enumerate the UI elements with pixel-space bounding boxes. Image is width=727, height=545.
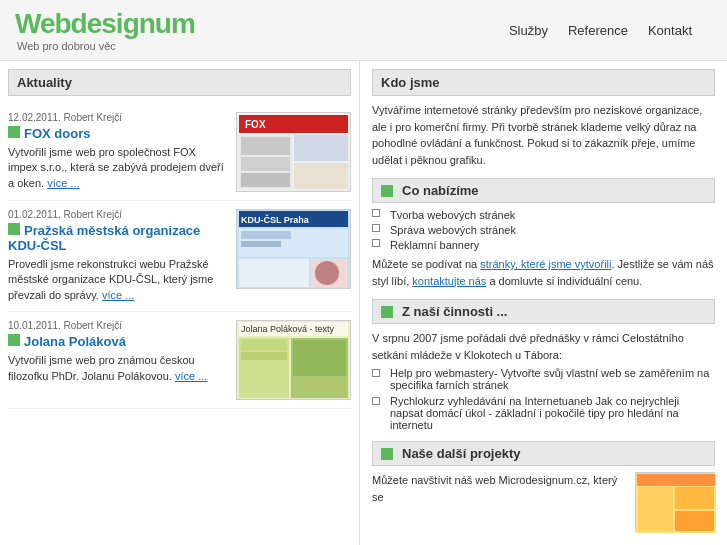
main-content: Aktuality 12.02.2011. Robert Krejčí FOX … [0,61,727,545]
dalsi-projekty-title: Naše další projekty [372,441,715,466]
svg-rect-29 [638,487,673,531]
svg-rect-17 [241,241,281,247]
svg-text:Jolana Poláková - texty: Jolana Poláková - texty [241,324,335,334]
co-nabizime-footer: Můžete se podívat na stránky, které jsme… [372,256,715,289]
news-thumb-img-fox: FOX [236,112,351,192]
cinnosti-section: Z naší činnosti ... V srpnu 2007 jsme po… [372,299,715,431]
news-thumb-img-jolana: Jolana Poláková - texty [236,320,351,400]
dalsi-projekty-icon [381,448,393,460]
dalsi-projekty-content: Můžete navštívit náš web Microdesignum.c… [372,472,715,532]
svg-rect-28 [637,474,715,486]
list-bullet-2 [372,224,380,232]
news-thumb-kdu: KDU-ČSL Praha [236,209,351,303]
svg-rect-16 [241,231,291,239]
news-thumb-fox: FOX [236,112,351,192]
news-body-fox: Vytvořili jsme web pro společnost FOX im… [8,145,228,191]
co-nabizime-title: Co nabízíme [372,178,715,203]
co-nabizime-item-1: Tvorba webových stránek [372,209,715,221]
news-more-jolana[interactable]: více ... [175,370,207,382]
cinnosti-item-1: Help pro webmastery- Vytvořte svůj vlast… [372,367,715,391]
header: Webdesignum Web pro dobrou věc Služby Re… [0,0,727,61]
news-text-jolana: 10.01.2011. Robert Krejčí Jolana Polákov… [8,320,228,400]
rychlokurz-link[interactable]: Rychlokurz vyhledávání na Internetu [390,395,568,407]
right-column: Kdo jsme Vytváříme internetové stránky p… [360,61,727,545]
news-item-fox: 12.02.2011. Robert Krejčí FOX doors Vytv… [8,104,351,201]
cinnosti-bullet-1 [372,369,380,377]
svg-rect-25 [293,340,346,376]
kdo-jsme-text: Vytváříme internetové stránky především … [372,102,715,168]
dalsi-projekty-thumb [635,472,715,532]
news-title-kdu[interactable]: Pražská městská organizace KDU-ČSL [8,223,228,253]
news-body-jolana: Vytvořili jsme web pro známou českou fil… [8,353,228,384]
cinnosti-icon [381,306,393,318]
help-link[interactable]: Help pro webmastery [390,367,494,379]
svg-rect-26 [293,378,346,396]
co-nabizime-icon [381,185,393,197]
svg-rect-8 [241,173,290,187]
logo-green: Web [15,8,71,39]
stranky-link[interactable]: stránky, které jsme vytvořili [480,258,611,270]
news-date-fox: 12.02.2011. Robert Krejčí [8,112,228,123]
news-text-kdu: 01.02.2011. Robert Krejčí Pražská městsk… [8,209,228,303]
co-nabizime-item-3: Reklamní bannery [372,239,715,251]
cinnosti-bullet-2 [372,397,380,405]
microdesignum-link[interactable]: Microdesignum.cz [499,474,588,486]
dalsi-projekty-section: Naše další projekty Můžete navštívit náš… [372,441,715,532]
svg-text:FOX: FOX [245,119,266,130]
news-text-fox: 12.02.2011. Robert Krejčí FOX doors Vytv… [8,112,228,192]
news-title-fox[interactable]: FOX doors [8,126,228,141]
news-body-kdu: Provedli jsme rekonstrukci webu Pražské … [8,257,228,303]
news-more-kdu[interactable]: více ... [102,289,134,301]
dalsi-projekty-text: Můžete navštívit náš web Microdesignum.c… [372,472,627,532]
logo: Webdesignum [15,8,195,40]
news-date-kdu: 01.02.2011. Robert Krejčí [8,209,228,220]
nav: Služby Reference Kontakt [509,23,712,38]
left-column: Aktuality 12.02.2011. Robert Krejčí FOX … [0,61,360,545]
nav-sluzby[interactable]: Služby [509,23,548,38]
logo-area: Webdesignum Web pro dobrou věc [15,8,195,52]
list-bullet-3 [372,239,380,247]
list-bullet-1 [372,209,380,217]
news-icon-jolana [8,334,20,346]
svg-rect-31 [675,511,714,531]
svg-text:KDU-ČSL Praha: KDU-ČSL Praha [241,214,310,225]
kdo-jsme-section: Kdo jsme Vytváříme internetové stránky p… [372,69,715,168]
cinnosti-text: V srpnu 2007 jsme pořádali dvě přednášky… [372,330,715,363]
co-nabizime-item-2: Správa webových stránek [372,224,715,236]
svg-rect-23 [241,340,287,350]
cinnosti-title: Z naší činnosti ... [372,299,715,324]
svg-rect-4 [294,135,348,161]
news-item-jolana: 10.01.2011. Robert Krejčí Jolana Polákov… [8,312,351,409]
kontaktujte-link[interactable]: kontaktujte nás [412,275,486,287]
svg-rect-24 [241,352,287,360]
news-thumb-jolana: Jolana Poláková - texty [236,320,351,400]
logo-rest: designum [71,8,195,39]
svg-rect-6 [241,137,290,155]
svg-rect-5 [294,163,348,189]
svg-rect-30 [675,487,714,509]
svg-point-15 [315,261,339,285]
svg-rect-7 [241,157,290,171]
news-more-fox[interactable]: více ... [47,177,79,189]
cinnosti-item-2: Rychlokurz vyhledávání na Internetuaneb … [372,395,715,431]
nav-kontakt[interactable]: Kontakt [648,23,692,38]
logo-tagline: Web pro dobrou věc [17,40,195,52]
svg-rect-13 [239,259,309,287]
news-icon-fox [8,126,20,138]
news-date-jolana: 10.01.2011. Robert Krejčí [8,320,228,331]
nav-reference[interactable]: Reference [568,23,628,38]
news-item-kdu: 01.02.2011. Robert Krejčí Pražská městsk… [8,201,351,312]
news-icon-kdu [8,223,20,235]
aktuality-section-title: Aktuality [8,69,351,96]
news-thumb-img-kdu: KDU-ČSL Praha [236,209,351,289]
kdo-jsme-title: Kdo jsme [372,69,715,96]
news-title-jolana[interactable]: Jolana Poláková [8,334,228,349]
co-nabizime-section: Co nabízíme Tvorba webových stránek Sprá… [372,178,715,289]
